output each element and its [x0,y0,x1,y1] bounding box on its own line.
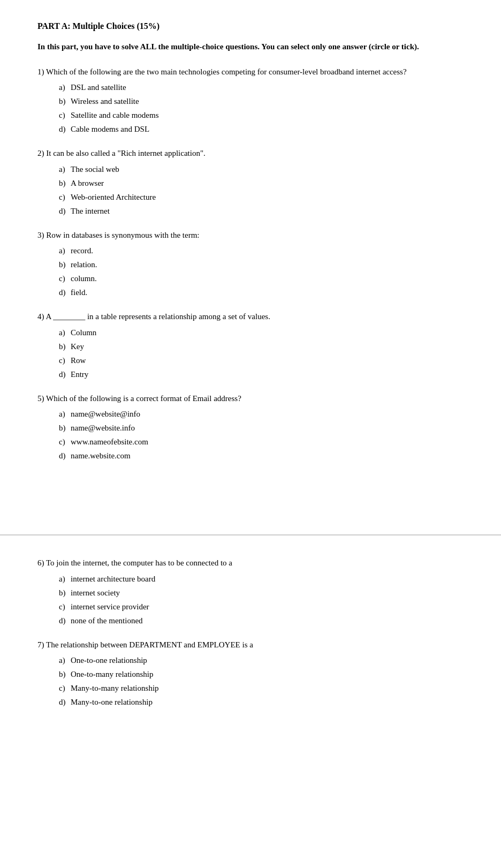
question-block: 2) It can be also called a "Rich interne… [37,147,464,217]
options-list: a)record.b)relation.c)column.d)field. [37,244,464,299]
list-item: b)name@website.info [59,421,464,434]
option-text: name.website.com [71,451,131,460]
list-item: b)internet society [59,586,464,599]
list-item: b)Wireless and satellite [59,95,464,108]
option-text: The social web [71,165,119,173]
option-text: Many-to-one relationship [71,698,153,706]
options-list: a)One-to-one relationshipb)One-to-many r… [37,654,464,708]
option-text: field. [71,288,87,297]
option-text: One-to-one relationship [71,656,147,665]
option-label: d) [59,368,71,381]
options-list: a)name@website@infob)name@website.infoc)… [37,407,464,462]
option-text: relation. [71,260,97,269]
option-label: a) [59,407,71,420]
option-label: c) [59,435,71,448]
option-text: A browser [71,179,104,187]
list-item: d)field. [59,286,464,299]
option-text: Wireless and satellite [71,97,139,105]
exam-page: PART A: Multiple Choices (15%) In this p… [0,0,501,868]
option-text: Cable modems and DSL [71,125,149,133]
option-label: d) [59,286,71,299]
list-item: c)internet service provider [59,600,464,613]
option-label: b) [59,668,71,681]
list-item: d)Entry [59,368,464,381]
list-item: a)DSL and satellite [59,81,464,94]
question-text: 6) To join the internet, the computer ha… [37,557,464,569]
option-label: a) [59,326,71,339]
list-item: a)record. [59,244,464,257]
options-list: a)internet architecture boardb)internet … [37,572,464,627]
question-text: 1) Which of the following are the two ma… [37,66,464,78]
option-text: www.nameofebsite.com [71,437,148,446]
list-item: d)none of the mentioned [59,614,464,627]
page-bottom-section: 6) To join the internet, the computer ha… [0,535,501,742]
list-item: a)Column [59,326,464,339]
option-label: b) [59,586,71,599]
option-label: d) [59,205,71,217]
option-label: c) [59,600,71,613]
question-block: 3) Row in databases is synonymous with t… [37,229,464,299]
instructions: In this part, you have to solve ALL the … [37,41,464,53]
option-text: none of the mentioned [71,616,143,625]
option-text: internet architecture board [71,575,155,583]
option-label: c) [59,354,71,367]
question-text: 4) A ________ in a table represents a re… [37,311,464,323]
option-text: The internet [71,207,110,215]
option-label: d) [59,614,71,627]
question-block: 7) The relationship between DEPARTMENT a… [37,639,464,709]
option-text: Entry [71,370,88,379]
option-label: d) [59,449,71,462]
option-text: name@website.info [71,424,135,432]
option-label: a) [59,572,71,585]
option-label: c) [59,191,71,203]
question-text: 7) The relationship between DEPARTMENT a… [37,639,464,651]
option-label: c) [59,272,71,285]
question-block: 5) Which of the following is a correct f… [37,393,464,463]
list-item: d)Many-to-one relationship [59,696,464,708]
question-text: 3) Row in databases is synonymous with t… [37,229,464,241]
option-text: name@website@info [71,410,140,418]
part-title: PART A: Multiple Choices (15%) [37,21,464,31]
options-list: a)Columnb)Keyc)Rowd)Entry [37,326,464,381]
list-item: a)name@website@info [59,407,464,420]
option-label: d) [59,123,71,135]
option-label: a) [59,654,71,667]
option-text: One-to-many relationship [71,670,154,678]
option-label: b) [59,177,71,190]
option-label: c) [59,682,71,695]
options-list: a)DSL and satelliteb)Wireless and satell… [37,81,464,135]
option-label: a) [59,244,71,257]
option-text: record. [71,246,93,255]
option-label: b) [59,421,71,434]
list-item: c)Satellite and cable modems [59,109,464,122]
list-item: c)Row [59,354,464,367]
list-item: d)Cable modems and DSL [59,123,464,135]
list-item: b)relation. [59,258,464,271]
list-item: c)Many-to-many relationship [59,682,464,695]
questions-bottom: 6) To join the internet, the computer ha… [37,557,464,708]
option-label: a) [59,163,71,176]
list-item: b)One-to-many relationship [59,668,464,681]
option-text: Web-oriented Architecture [71,193,156,201]
option-text: Column [71,328,96,337]
list-item: b)A browser [59,177,464,190]
option-text: internet service provider [71,602,149,611]
option-text: DSL and satellite [71,83,126,92]
option-text: internet society [71,588,120,597]
option-text: column. [71,274,97,283]
question-text: 5) Which of the following is a correct f… [37,393,464,405]
questions-top: 1) Which of the following are the two ma… [37,66,464,463]
page-top-section: PART A: Multiple Choices (15%) In this p… [0,0,501,535]
question-block: 1) Which of the following are the two ma… [37,66,464,136]
question-block: 4) A ________ in a table represents a re… [37,311,464,381]
list-item: a)One-to-one relationship [59,654,464,667]
options-list: a)The social webb)A browserc)Web-oriente… [37,163,464,217]
question-text: 2) It can be also called a "Rich interne… [37,147,464,160]
list-item: c)column. [59,272,464,285]
option-label: a) [59,81,71,94]
option-label: b) [59,95,71,108]
option-text: Satellite and cable modems [71,111,159,119]
option-label: d) [59,696,71,708]
option-label: b) [59,258,71,271]
option-label: b) [59,340,71,353]
